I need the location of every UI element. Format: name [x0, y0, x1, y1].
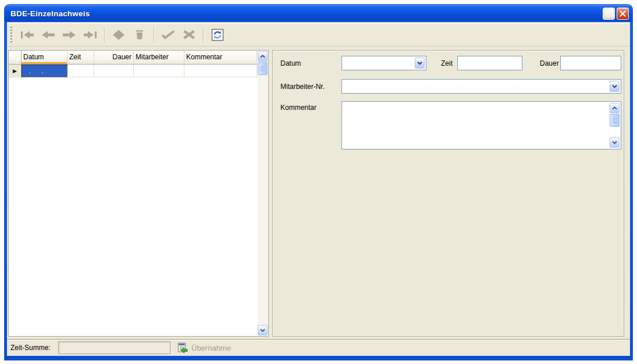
zeit-summe-input	[58, 341, 170, 354]
toolbar-separator	[104, 27, 105, 42]
checkmark-icon	[161, 30, 176, 40]
first-record-button[interactable]	[17, 26, 38, 44]
thumb-ridges-icon	[613, 119, 617, 123]
detail-form-panel: Datum Zeit Dauer Mitarbeiter-Nr.	[272, 50, 624, 337]
column-header-mitarbeiter[interactable]: Mitarbeiter	[134, 51, 184, 65]
mitarbeiter-nr-label: Mitarbeiter-Nr.	[280, 83, 325, 91]
cell-kommentar[interactable]	[184, 65, 257, 77]
client-area: Datum Zeit Dauer Mitarbeiter Kommentar ▶…	[7, 22, 630, 356]
maximize-button[interactable]	[603, 8, 615, 20]
chevron-down-icon	[417, 61, 422, 65]
delete-record-button[interactable]	[129, 26, 150, 44]
arrow-right-icon	[61, 30, 78, 40]
dauer-input[interactable]	[560, 56, 621, 70]
dauer-label: Dauer	[540, 59, 559, 67]
chevron-down-icon	[612, 84, 617, 88]
mitarbeiter-nr-combobox[interactable]	[341, 79, 621, 94]
last-record-icon	[81, 30, 99, 40]
arrow-left-icon	[40, 30, 57, 40]
cell-mitarbeiter[interactable]	[134, 65, 184, 77]
row-indicator-header	[9, 51, 22, 65]
uebernahme-label: Übernahme	[191, 344, 231, 352]
zeit-summe-label: Zeit-Summe:	[10, 344, 51, 352]
first-record-icon	[19, 30, 36, 40]
datum-dropdown-button[interactable]	[415, 58, 425, 69]
uebernahme-icon	[177, 342, 188, 354]
insert-record-button[interactable]	[108, 26, 129, 44]
kommentar-textarea[interactable]	[342, 102, 610, 149]
diamond-insert-icon	[112, 30, 126, 40]
next-record-button[interactable]	[59, 26, 80, 44]
toolbar-gripper[interactable]	[10, 27, 12, 43]
column-header-zeit[interactable]: Zeit	[67, 51, 94, 65]
scroll-down-button[interactable]	[258, 325, 268, 336]
close-button[interactable]	[617, 8, 629, 20]
row-indicator: ▶	[9, 65, 22, 77]
zeit-input[interactable]	[457, 56, 522, 70]
titlebar-controls	[603, 8, 629, 20]
trash-icon	[133, 29, 147, 40]
scroll-thumb[interactable]	[610, 114, 620, 127]
thumb-ridges-icon	[261, 67, 265, 71]
kommentar-label: Kommentar	[280, 104, 316, 112]
chevron-down-icon	[612, 141, 617, 144]
column-header-datum[interactable]: Datum	[22, 51, 67, 65]
mitarbeiter-nr-dropdown-button[interactable]	[610, 81, 620, 92]
cell-dauer[interactable]	[94, 65, 134, 77]
records-grid[interactable]: Datum Zeit Dauer Mitarbeiter Kommentar ▶…	[8, 50, 269, 337]
table-row[interactable]: ▶ . .	[9, 65, 268, 77]
scroll-up-button[interactable]	[610, 103, 620, 113]
cancel-edit-button[interactable]	[179, 26, 200, 44]
chevron-up-icon	[612, 106, 617, 110]
toolbar-separator	[203, 27, 204, 42]
scroll-thumb[interactable]	[258, 62, 268, 75]
navigator-toolbar	[7, 23, 630, 47]
bde-einzelnachweis-window: BDE-Einzelnachweis	[5, 5, 632, 360]
cell-zeit[interactable]	[67, 65, 94, 77]
datum-label: Datum	[280, 59, 301, 67]
last-record-button[interactable]	[80, 26, 101, 44]
titlebar[interactable]: BDE-Einzelnachweis	[5, 5, 632, 22]
uebernahme-button[interactable]: Übernahme	[177, 341, 231, 354]
scroll-down-button[interactable]	[610, 137, 620, 148]
scroll-up-button[interactable]	[258, 51, 268, 62]
kommentar-memo	[341, 101, 621, 149]
grid-vscrollbar[interactable]	[258, 51, 268, 336]
chevron-up-icon	[260, 55, 265, 58]
cell-datum-selected[interactable]: . .	[22, 65, 67, 77]
refresh-button[interactable]	[207, 26, 228, 44]
grid-header: Datum Zeit Dauer Mitarbeiter Kommentar	[9, 51, 268, 65]
close-icon	[620, 10, 626, 17]
toolbar-separator	[154, 27, 154, 42]
prior-record-button[interactable]	[38, 26, 59, 44]
window-title: BDE-Einzelnachweis	[10, 9, 603, 18]
footer-bar: Zeit-Summe: Übernahme	[7, 339, 630, 356]
column-header-dauer[interactable]: Dauer	[94, 51, 134, 65]
chevron-down-icon	[260, 329, 265, 332]
refresh-icon	[211, 28, 224, 41]
kommentar-vscrollbar[interactable]	[610, 103, 620, 148]
x-cross-icon	[182, 30, 196, 40]
post-edit-button[interactable]	[158, 26, 179, 44]
datum-combobox[interactable]	[341, 56, 426, 70]
column-header-kommentar[interactable]: Kommentar	[184, 51, 257, 65]
zeit-label: Zeit	[441, 59, 453, 67]
